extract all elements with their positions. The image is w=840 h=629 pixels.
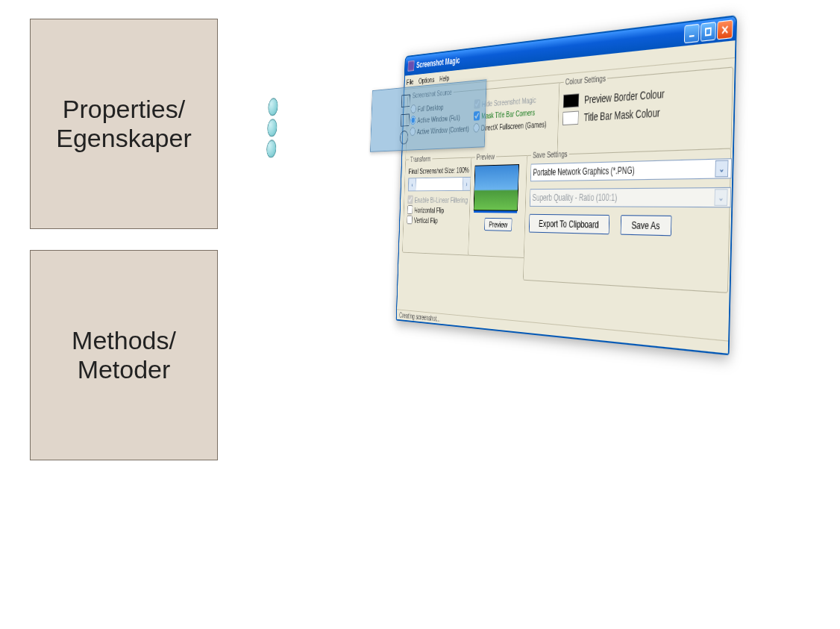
menu-options[interactable]: Options xyxy=(419,75,435,85)
methods-line1: Methods/ xyxy=(72,326,176,355)
final-size-label: Final Screenshot Size: 100% xyxy=(409,166,471,175)
check-hflip[interactable]: Horizontal Flip xyxy=(407,205,470,215)
label-preview-border: Preview Border Colour xyxy=(584,87,665,106)
export-clipboard-button[interactable]: Export To Clipboard xyxy=(529,214,609,234)
status-text: Creating screenshot... xyxy=(399,311,440,323)
legend-save: Save Settings xyxy=(531,149,569,160)
check-hide-magic-input[interactable] xyxy=(474,99,480,109)
radio-active-window-content[interactable]: Active Window (Content) xyxy=(410,124,468,136)
methods-box: Methods/ Metoder xyxy=(30,250,218,460)
stage-3d: Screenshot Magic File Options Help xyxy=(261,0,840,522)
chevron-down-icon: ⌄ xyxy=(714,189,727,206)
check-vflip-label: Vertical Flip xyxy=(414,216,438,224)
row-titlebar-mask-colour: Title Bar Mask Colour xyxy=(562,101,727,125)
check-bilinear-label: Enable Bi-Linear Filtering xyxy=(415,195,468,204)
radio-full-desktop[interactable]: Full Desktop xyxy=(410,100,469,113)
group-screenshot-source: Screenshot Source Full Desktop Active Wi… xyxy=(405,78,562,161)
radio-active-content-label: Active Window (Content) xyxy=(417,124,469,135)
radio-full-desktop-label: Full Desktop xyxy=(418,102,444,113)
svg-rect-1 xyxy=(706,28,711,36)
radio-active-full-label: Active Window (Full) xyxy=(417,113,460,124)
client-area: Screenshot Source Full Desktop Active Wi… xyxy=(397,58,735,345)
menu-file[interactable]: File xyxy=(407,78,414,87)
preview-thumbnail xyxy=(474,164,519,211)
properties-line1: Properties/ xyxy=(56,95,191,124)
group-transform: Transform Final Screenshot Size: 100% ‹ … xyxy=(402,153,475,256)
radio-active-content-input[interactable] xyxy=(410,127,416,136)
window-title: Screenshot Magic xyxy=(416,55,460,69)
quality-dropdown: Superb Quality - Ratio (100:1) ⌄ xyxy=(530,187,731,207)
format-dropdown[interactable]: Portable Network Graphics (*.PNG) ⌄ xyxy=(530,158,732,181)
check-mask-corners-label: Mask Title Bar Corners xyxy=(481,107,535,119)
check-mask-corners[interactable]: Mask Title Bar Corners xyxy=(474,106,547,120)
label-titlebar-mask: Title Bar Mask Colour xyxy=(583,106,659,123)
legend-transform: Transform xyxy=(409,154,432,163)
check-vflip[interactable]: Vertical Flip xyxy=(407,216,469,225)
maximize-icon xyxy=(705,27,712,36)
swatch-preview-border[interactable] xyxy=(563,93,580,108)
bullet-icon xyxy=(267,119,278,137)
swatch-titlebar-mask[interactable] xyxy=(562,111,579,126)
scroll-left-icon[interactable]: ‹ xyxy=(408,178,416,190)
check-hflip-label: Horizontal Flip xyxy=(414,206,444,214)
radio-directx[interactable]: DirectX Fullscreen (Games) xyxy=(473,119,546,132)
check-bilinear[interactable]: Enable Bi-Linear Filtering xyxy=(407,195,470,204)
statusbar: Creating screenshot... xyxy=(397,309,728,353)
check-vflip-input[interactable] xyxy=(407,216,413,225)
bullet-icon xyxy=(268,98,278,116)
app-window: Screenshot Magic File Options Help xyxy=(396,15,738,355)
group-save-settings: Save Settings Portable Network Graphics … xyxy=(523,143,732,293)
check-hflip-input[interactable] xyxy=(407,205,413,214)
preview-button[interactable]: Preview xyxy=(484,218,512,231)
close-button[interactable] xyxy=(717,19,733,40)
legend-colour: Colour Settings xyxy=(564,73,608,86)
maximize-button[interactable] xyxy=(700,22,716,42)
svg-rect-0 xyxy=(689,35,695,37)
check-hide-magic-label: Hide Screenshot Magic xyxy=(482,95,536,107)
methods-line2: Metoder xyxy=(72,355,176,384)
app-icon xyxy=(407,60,414,72)
menu-help[interactable]: Help xyxy=(439,74,449,83)
size-scroller[interactable]: ‹ › xyxy=(408,177,471,191)
radio-full-desktop-input[interactable] xyxy=(410,104,416,113)
format-dropdown-value: Portable Network Graphics (*.PNG) xyxy=(533,165,634,178)
minimize-button[interactable] xyxy=(684,24,700,43)
quality-dropdown-value: Superb Quality - Ratio (100:1) xyxy=(532,192,617,203)
check-mask-corners-input[interactable] xyxy=(474,111,480,121)
radio-directx-input[interactable] xyxy=(473,123,479,133)
group-preview: Preview Preview xyxy=(468,151,530,258)
legend-source: Screenshot Source xyxy=(411,88,454,100)
close-icon xyxy=(721,25,728,34)
bullet-icon xyxy=(266,140,277,158)
minimize-icon xyxy=(689,29,695,38)
radio-active-full-input[interactable] xyxy=(410,116,416,125)
radio-directx-label: DirectX Fullscreen (Games) xyxy=(481,119,547,132)
check-bilinear-input[interactable] xyxy=(407,195,413,204)
save-as-button[interactable]: Save As xyxy=(621,215,672,236)
chevron-down-icon[interactable]: ⌄ xyxy=(715,160,728,177)
row-preview-border-colour: Preview Border Colour xyxy=(563,81,727,108)
properties-line2: Egenskaper xyxy=(56,124,191,153)
properties-box: Properties/ Egenskaper xyxy=(30,19,218,229)
group-colour-settings: Colour Settings Preview Border Colour Ti… xyxy=(557,62,733,156)
legend-preview: Preview xyxy=(475,152,496,161)
scene: Screenshot Magic File Options Help xyxy=(395,15,735,373)
radio-active-window-full[interactable]: Active Window (Full) xyxy=(410,112,469,125)
